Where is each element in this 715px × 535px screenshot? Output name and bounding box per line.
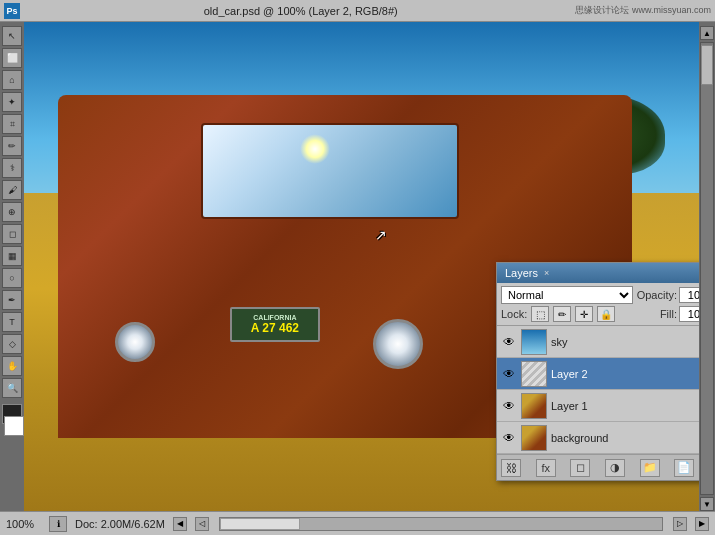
scrollbar-thumb[interactable] <box>701 45 713 85</box>
adjustment-btn[interactable]: ◑ <box>605 459 625 477</box>
tool-clone[interactable]: ⊕ <box>2 202 22 222</box>
title-bar: old_car.psd @ 100% (Layer 2, RGB/8#) <box>26 5 575 17</box>
layer-name-layer1: Layer 1 <box>551 400 699 412</box>
menu-bar: Ps old_car.psd @ 100% (Layer 2, RGB/8#) … <box>0 0 715 22</box>
scroll-down-btn[interactable]: ▼ <box>700 497 714 511</box>
canvas-area: CALIFORNIA A 27 462 ↗ Layers × _ ≡ <box>24 22 699 511</box>
tool-select[interactable]: ⬜ <box>2 48 22 68</box>
eye-icon-layer1[interactable]: 👁 <box>501 398 517 414</box>
new-group-btn[interactable]: 📁 <box>640 459 660 477</box>
layer-item-sky[interactable]: 👁 sky <box>497 326 699 358</box>
blend-mode-select[interactable]: Normal Multiply Screen Overlay <box>501 286 633 304</box>
thumb-layer1 <box>521 393 547 419</box>
layers-panel-title: Layers <box>501 267 542 279</box>
layer-name-background: background <box>551 432 699 444</box>
thumb-sky <box>521 329 547 355</box>
opacity-value[interactable]: 100% <box>679 287 699 303</box>
fill-row: Fill: 100% ▶ <box>660 306 699 322</box>
plate-number: A 27 462 <box>251 321 299 335</box>
tool-gradient[interactable]: ▦ <box>2 246 22 266</box>
tool-move[interactable]: ↖ <box>2 26 22 46</box>
layer-name-layer2: Layer 2 <box>551 368 699 380</box>
right-scrollbar: ▲ ▼ <box>699 22 715 511</box>
fill-label: Fill: <box>660 308 677 320</box>
app-icon: Ps <box>4 3 20 19</box>
watermark: 思缘设计论坛 www.missyuan.com <box>575 4 711 17</box>
tool-eraser[interactable]: ◻ <box>2 224 22 244</box>
opacity-label: Opacity: <box>637 289 677 301</box>
layers-title-bar: Layers × _ ≡ <box>497 263 699 283</box>
blend-opacity-row: Normal Multiply Screen Overlay Opacity: … <box>501 286 699 304</box>
layers-list: 👁 sky 👁 Layer 2 👁 Layer 1 <box>497 326 699 454</box>
tool-dodge[interactable]: ○ <box>2 268 22 288</box>
tool-crop[interactable]: ⌗ <box>2 114 22 134</box>
layer-item-layer1[interactable]: 👁 Layer 1 <box>497 390 699 422</box>
eye-icon-background[interactable]: 👁 <box>501 430 517 446</box>
lock-label: Lock: <box>501 308 527 320</box>
truck-windshield <box>201 123 459 219</box>
lock-all[interactable]: 🔒 <box>597 306 615 322</box>
tool-magic[interactable]: ✦ <box>2 92 22 112</box>
thumb-layer2 <box>521 361 547 387</box>
headlight-left <box>373 319 423 369</box>
layers-bottom: ⛓ fx ◻ ◑ 📁 📄 🗑 <box>497 454 699 480</box>
lock-transparent[interactable]: ⬚ <box>531 306 549 322</box>
scroll-right-btn[interactable]: ▶ <box>695 517 709 531</box>
eye-icon-layer2[interactable]: 👁 <box>501 366 517 382</box>
nav-next-btn[interactable]: ▷ <box>673 517 687 531</box>
layer-name-sky: sky <box>551 336 699 348</box>
tool-text[interactable]: T <box>2 312 22 332</box>
lock-fill-row: Lock: ⬚ ✏ ✛ 🔒 Fill: 100% ▶ <box>501 306 699 322</box>
layer-item-layer2[interactable]: 👁 Layer 2 <box>497 358 699 390</box>
tool-hand[interactable]: ✋ <box>2 356 22 376</box>
tool-eyedropper[interactable]: ✏ <box>2 136 22 156</box>
status-bar: 100% ℹ Doc: 2.00M/6.62M ◀ ◁ ▷ ▶ <box>0 511 715 535</box>
background-color[interactable] <box>4 416 24 436</box>
tool-lasso[interactable]: ⌂ <box>2 70 22 90</box>
horizontal-scrollbar[interactable] <box>219 517 663 531</box>
headlight-right <box>115 322 155 362</box>
horizontal-scroll-thumb[interactable] <box>220 518 300 530</box>
scrollbar-track[interactable] <box>700 42 714 495</box>
new-layer-btn[interactable]: 📄 <box>674 459 694 477</box>
doc-info: Doc: 2.00M/6.62M <box>75 518 165 530</box>
layers-panel: Layers × _ ≡ Normal Multiply Screen Over… <box>496 262 699 481</box>
panel-title-tabs: Layers × <box>501 267 549 279</box>
thumb-background <box>521 425 547 451</box>
sun-glare <box>300 134 330 164</box>
zoom-level: 100% <box>6 518 41 530</box>
lock-row: Lock: ⬚ ✏ ✛ 🔒 <box>501 306 615 322</box>
lock-image[interactable]: ✏ <box>553 306 571 322</box>
tool-pen[interactable]: ✒ <box>2 290 22 310</box>
add-mask-btn[interactable]: ◻ <box>570 459 590 477</box>
eye-icon-sky[interactable]: 👁 <box>501 334 517 350</box>
left-toolbar: ↖ ⬜ ⌂ ✦ ⌗ ✏ ⚕ 🖌 ⊕ ◻ ▦ ○ ✒ T ◇ ✋ 🔍 <box>0 22 24 511</box>
fill-value[interactable]: 100% <box>679 306 699 322</box>
opacity-row: Opacity: 100% ▶ <box>637 287 699 303</box>
scroll-left-btn[interactable]: ◀ <box>173 517 187 531</box>
license-plate: CALIFORNIA A 27 462 <box>230 307 320 342</box>
tool-brush[interactable]: 🖌 <box>2 180 22 200</box>
layers-controls: Normal Multiply Screen Overlay Opacity: … <box>497 283 699 326</box>
link-layers-btn[interactable]: ⛓ <box>501 459 521 477</box>
layer-item-background[interactable]: 👁 background 🔒 <box>497 422 699 454</box>
tool-zoom[interactable]: 🔍 <box>2 378 22 398</box>
main-area: ↖ ⬜ ⌂ ✦ ⌗ ✏ ⚕ 🖌 ⊕ ◻ ▦ ○ ✒ T ◇ ✋ 🔍 <box>0 22 715 511</box>
info-btn[interactable]: ℹ <box>49 516 67 532</box>
layer-fx-btn[interactable]: fx <box>536 459 556 477</box>
tool-heal[interactable]: ⚕ <box>2 158 22 178</box>
scroll-up-btn[interactable]: ▲ <box>700 26 714 40</box>
layers-panel-close[interactable]: × <box>544 268 549 278</box>
tool-shape[interactable]: ◇ <box>2 334 22 354</box>
lock-position[interactable]: ✛ <box>575 306 593 322</box>
nav-prev-btn[interactable]: ◁ <box>195 517 209 531</box>
plate-state: CALIFORNIA <box>253 314 296 321</box>
